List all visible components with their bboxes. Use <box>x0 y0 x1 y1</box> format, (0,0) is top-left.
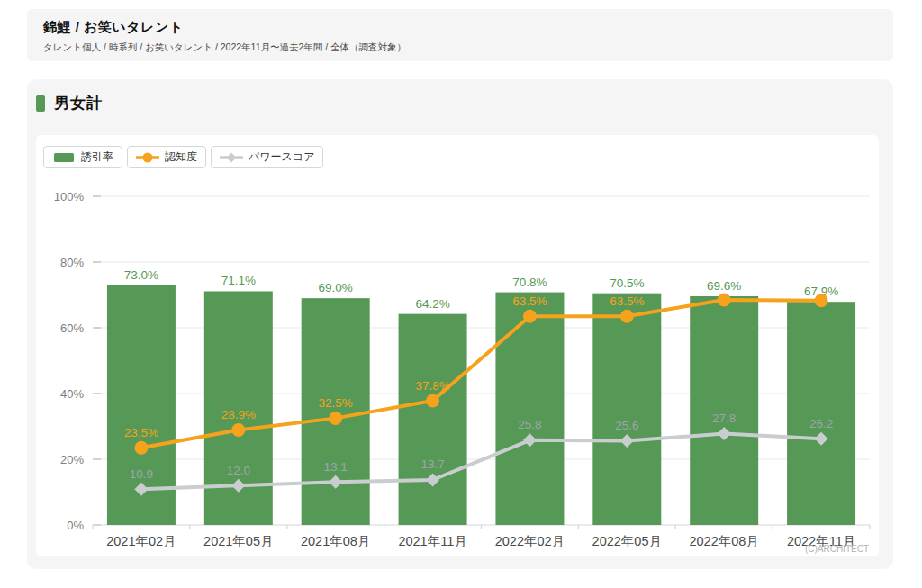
y-axis-label: 60% <box>60 321 84 335</box>
x-axis-label: 2022年05月 <box>592 534 662 548</box>
y-axis-label: 80% <box>60 256 84 269</box>
bar-2021年11月[interactable] <box>399 314 467 525</box>
section-header: 男女計 <box>36 93 103 113</box>
bar-value-label: 70.8% <box>512 276 547 289</box>
legend-item-circle-1[interactable]: 認知度 <box>127 146 206 168</box>
section-panel: 男女計 誘引率認知度パワースコア 0%20%40%60%80%100%2021年… <box>27 79 893 569</box>
line-value-label: 13.1 <box>324 460 348 474</box>
x-axis-label: 2021年11月 <box>398 534 466 548</box>
line-value-label: 27.8 <box>712 412 736 425</box>
circle-marker-icon <box>136 151 159 164</box>
line-value-label: 63.5% <box>512 294 547 308</box>
legend-label: 認知度 <box>165 149 197 165</box>
line-value-label: 10.9 <box>130 467 153 481</box>
y-axis-label: 0% <box>67 519 84 532</box>
line-value-label: 63.5% <box>610 294 644 308</box>
bar-value-label: 73.0% <box>124 268 158 282</box>
x-axis-label: 2022年02月 <box>495 534 565 548</box>
bar-value-label: 64.2% <box>415 297 449 311</box>
y-axis-label: 20% <box>60 453 84 466</box>
report-header: 錦鯉 / お笑いタレント タレント個人 / 時系列 / お笑いタレント / 20… <box>27 9 893 61</box>
section-title: 男女計 <box>54 93 103 113</box>
copyright-note: (C)ARCHITECT <box>805 544 869 554</box>
line-point-2022年02月[interactable] <box>523 310 537 323</box>
line-value-label: 37.8% <box>415 379 449 393</box>
combo-chart: 0%20%40%60%80%100%2021年02月2021年05月2021年0… <box>36 135 879 556</box>
y-axis-label: 100% <box>54 190 85 204</box>
bar-value-label: 70.5% <box>610 276 644 290</box>
bar-value-label: 69.6% <box>707 279 741 293</box>
bar-2022年02月[interactable] <box>495 293 564 525</box>
diamond-marker-icon <box>220 151 243 164</box>
legend-label: パワースコア <box>249 149 314 165</box>
bar-2022年05月[interactable] <box>592 294 661 525</box>
legend-label: 誘引率 <box>81 149 113 165</box>
bar-2022年11月[interactable] <box>787 302 855 525</box>
chart-legend: 誘引率認知度パワースコア <box>43 146 323 168</box>
x-axis-label: 2022年08月 <box>689 534 758 548</box>
line-point-2022年08月[interactable] <box>718 293 731 306</box>
line-value-label: 25.6 <box>615 419 638 432</box>
section-marker-icon <box>36 95 45 112</box>
legend-item-bar-0[interactable]: 誘引率 <box>43 146 122 168</box>
line-point-2021年02月[interactable] <box>134 441 148 455</box>
y-axis-label: 40% <box>60 387 84 401</box>
bar-swatch-icon <box>52 151 76 164</box>
bar-value-label: 69.0% <box>319 281 353 294</box>
bar-value-label: 71.1% <box>221 274 256 287</box>
line-value-label: 25.8 <box>518 418 541 431</box>
line-value-label: 23.5% <box>124 426 158 439</box>
x-axis-label: 2021年08月 <box>301 534 370 548</box>
page-title: 錦鯉 / お笑いタレント <box>43 19 877 36</box>
line-point-2021年11月[interactable] <box>426 394 439 408</box>
line-point-2021年05月[interactable] <box>231 423 245 437</box>
line-value-label: 13.7 <box>420 457 444 471</box>
legend-item-diamond-2[interactable]: パワースコア <box>211 146 323 168</box>
line-value-label: 32.5% <box>319 396 353 410</box>
bar-2022年08月[interactable] <box>690 296 758 525</box>
line-point-2022年05月[interactable] <box>620 310 634 323</box>
line-value-label: 12.0 <box>227 464 250 477</box>
x-axis-label: 2021年02月 <box>106 534 176 548</box>
line-value-label: 26.2 <box>809 417 833 430</box>
chart-card: 誘引率認知度パワースコア 0%20%40%60%80%100%2021年02月2… <box>36 135 879 556</box>
x-axis-label: 2021年05月 <box>203 534 273 548</box>
page: 錦鯉 / お笑いタレント タレント個人 / 時系列 / お笑いタレント / 20… <box>0 0 922 588</box>
line-point-2021年08月[interactable] <box>329 412 342 425</box>
breadcrumb: タレント個人 / 時系列 / お笑いタレント / 2022年11月〜過去2年間 … <box>43 41 877 54</box>
line-point-2022年11月[interactable] <box>815 294 828 307</box>
line-value-label: 28.9% <box>221 408 256 421</box>
